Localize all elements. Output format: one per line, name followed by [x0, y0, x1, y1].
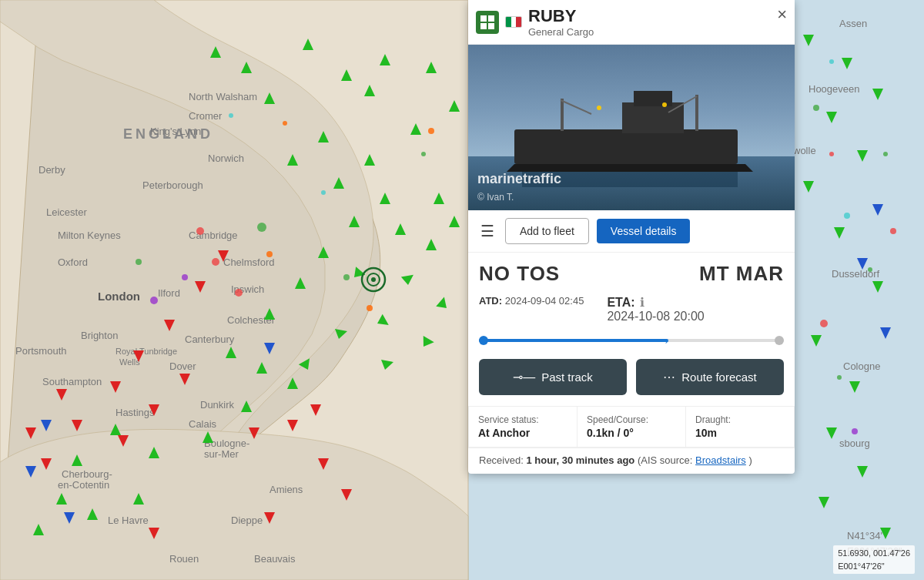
vessel-image: marinetraffic © Ivan T. — [468, 45, 795, 210]
ais-source-close: ) — [748, 454, 752, 466]
progress-fill — [479, 339, 668, 342]
svg-rect-158 — [488, 23, 494, 29]
svg-text:Dover: Dover — [169, 360, 196, 372]
coordinates-display: 51.6930, 001.47'26 E001°47'26" — [833, 545, 915, 574]
svg-rect-157 — [480, 23, 487, 29]
svg-rect-161 — [514, 129, 738, 164]
svg-point-113 — [212, 258, 219, 266]
svg-point-121 — [343, 274, 350, 280]
dates-row: ATD: 2024-09-04 02:45 ETA: ℹ 2024-10-08 … — [468, 292, 795, 331]
vessel-type: General Cargo — [528, 26, 594, 38]
status-right: MT MAR — [699, 262, 784, 286]
svg-text:Derby: Derby — [38, 164, 65, 176]
svg-text:sur-Mer: sur-Mer — [204, 448, 239, 460]
svg-point-134 — [852, 428, 858, 434]
svg-text:Ilford: Ilford — [158, 287, 180, 299]
svg-point-119 — [257, 223, 266, 232]
svg-point-136 — [890, 228, 896, 234]
svg-text:Norwich: Norwich — [208, 153, 244, 164]
svg-text:Chelmsford: Chelmsford — [223, 256, 274, 268]
svg-point-131 — [868, 267, 872, 272]
speed-course-label: Speed/Course: — [587, 414, 676, 425]
svg-text:Cromer: Cromer — [189, 110, 223, 122]
svg-text:Cambridge: Cambridge — [189, 230, 238, 241]
past-track-button[interactable]: ⊸— Past track — [479, 359, 627, 395]
progress-start-thumb — [479, 336, 488, 345]
add-to-fleet-button[interactable]: Add to fleet — [505, 218, 589, 244]
svg-text:Amiens: Amiens — [270, 484, 303, 495]
svg-point-118 — [136, 259, 142, 265]
past-track-label: Past track — [541, 370, 593, 384]
svg-text:Hastings: Hastings — [116, 407, 155, 418]
draught-value: 10m — [695, 427, 785, 439]
svg-rect-156 — [488, 15, 494, 22]
svg-text:Dusseldorf: Dusseldorf — [832, 268, 880, 280]
vessel-grid-icon — [476, 11, 499, 34]
svg-text:King's Lynn: King's Lynn — [150, 126, 201, 137]
svg-text:London: London — [98, 290, 140, 303]
svg-text:wolle: wolle — [792, 145, 816, 156]
svg-rect-155 — [480, 15, 487, 22]
speed-course-cell: Speed/Course: 0.1kn / 0° — [578, 407, 686, 448]
svg-text:Southampton: Southampton — [42, 376, 102, 387]
photo-credit: © Ivan T. — [477, 192, 514, 203]
svg-text:Milton Keynes: Milton Keynes — [58, 230, 121, 241]
svg-point-168 — [597, 106, 601, 110]
eta-label: ETA: — [607, 296, 634, 310]
coord-lat: 51.6930, 001.47'26 — [838, 547, 910, 560]
svg-point-137 — [829, 59, 834, 64]
progress-row[interactable]: → — [468, 331, 795, 353]
svg-text:Dieppe: Dieppe — [231, 515, 263, 526]
vessel-panel: RUBY General Cargo × — [468, 0, 795, 474]
svg-point-114 — [196, 227, 204, 235]
svg-rect-166 — [695, 95, 698, 131]
status-row: NO TOS MT MAR — [468, 253, 795, 292]
progress-arrow: → — [656, 332, 671, 350]
ais-source-text: (AIS source: — [638, 454, 693, 466]
panel-actions: ☰ Add to fleet Vessel details — [468, 210, 795, 253]
draught-label: Draught: — [695, 414, 785, 425]
svg-point-120 — [150, 297, 158, 304]
svg-point-129 — [829, 152, 834, 156]
svg-text:Calais: Calais — [189, 418, 217, 430]
status-left: NO TOS — [479, 262, 560, 286]
svg-point-169 — [662, 102, 667, 107]
atd-value: 2024-09-04 02:45 — [505, 295, 584, 307]
track-row: ⊸— Past track ⋯ Route forecast — [468, 353, 795, 406]
svg-text:Brighton: Brighton — [81, 330, 118, 341]
svg-text:North Walsham: North Walsham — [189, 91, 257, 102]
svg-text:Cologne: Cologne — [843, 360, 880, 372]
svg-text:sbourg: sbourg — [839, 438, 870, 449]
svg-text:Peterborough: Peterborough — [142, 179, 203, 191]
vessel-details-button[interactable]: Vessel details — [597, 219, 691, 243]
ais-source-link[interactable]: Broadstairs — [695, 454, 746, 466]
past-track-icon: ⊸— — [513, 370, 535, 384]
vessel-name: RUBY — [528, 6, 594, 26]
flag-icon — [505, 16, 522, 28]
svg-point-117 — [235, 289, 243, 297]
svg-point-116 — [266, 251, 273, 257]
atd-label: ATD: — [479, 295, 502, 307]
info-grid: Service status: At Anchor Speed/Course: … — [468, 406, 795, 448]
svg-rect-162 — [622, 102, 684, 133]
info-icon[interactable]: ℹ — [640, 295, 644, 310]
route-forecast-icon: ⋯ — [663, 370, 675, 384]
progress-track[interactable]: → — [479, 339, 784, 342]
menu-button[interactable]: ☰ — [477, 219, 497, 243]
svg-point-122 — [367, 305, 373, 311]
svg-text:Oxford: Oxford — [58, 256, 88, 268]
received-time: 1 hour, 30 minutes ago — [526, 454, 634, 466]
svg-text:N41°34': N41°34' — [847, 530, 882, 541]
svg-text:Portsmouth: Portsmouth — [15, 345, 66, 357]
svg-point-132 — [820, 320, 828, 327]
svg-text:Royal Tunbridge: Royal Tunbridge — [116, 347, 177, 356]
route-forecast-button[interactable]: ⋯ Route forecast — [636, 359, 784, 395]
svg-point-125 — [229, 113, 233, 118]
service-status-value: At Anchor — [478, 427, 567, 439]
service-status-label: Service status: — [478, 414, 567, 425]
watermark: marinetraffic — [477, 171, 561, 187]
close-button[interactable]: × — [777, 6, 787, 23]
received-row: Received: 1 hour, 30 minutes ago (AIS so… — [468, 448, 795, 474]
svg-text:Rouen: Rouen — [169, 553, 199, 565]
svg-point-124 — [283, 121, 287, 126]
